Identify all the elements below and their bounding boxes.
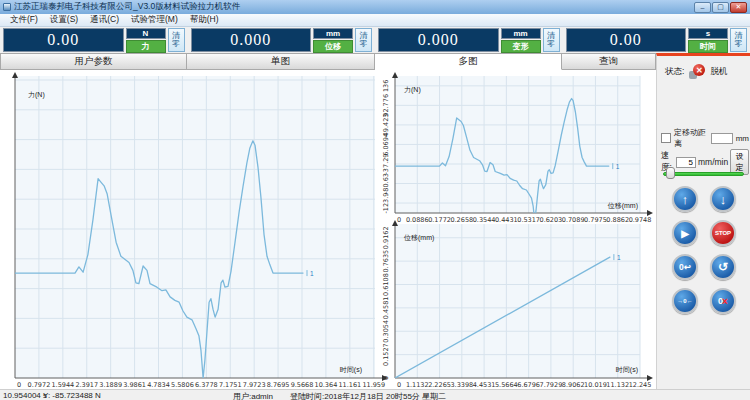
- displacement-clear-button[interactable]: 清零: [355, 28, 372, 52]
- force-value: 0.00: [3, 28, 124, 52]
- clamp-return-button[interactable]: ↺: [710, 254, 736, 280]
- fixed-distance-checkbox[interactable]: [661, 133, 671, 143]
- speed-unit: mm/min: [698, 157, 728, 167]
- fixed-distance-input[interactable]: [711, 133, 733, 144]
- deformation-unit: mm: [501, 28, 541, 39]
- tab-multi-graph[interactable]: 多图: [375, 53, 562, 70]
- cursor-force: Y: -85.723488 N: [43, 391, 101, 400]
- stop-button[interactable]: STOP: [710, 220, 736, 246]
- displacement-display-group: 0.000 mm 位移 清零: [191, 28, 373, 52]
- deformation-value: 0.000: [378, 28, 499, 52]
- time-value: 0.00: [566, 28, 687, 52]
- deformation-display-group: 0.000 mm 变形 清零: [378, 28, 560, 52]
- tab-query[interactable]: 查询: [562, 53, 656, 70]
- position-zero-button[interactable]: →0←: [672, 288, 698, 314]
- fixed-distance-label: 定移动距离: [674, 127, 708, 149]
- menu-file[interactable]: 文件(F): [4, 14, 44, 26]
- display-row: 0.00 N 力 清零 0.000 mm 位移 清零 0.000 mm 变形 清…: [0, 27, 750, 53]
- status-label: 状态:: [665, 66, 684, 78]
- jog-up-button[interactable]: ↑: [672, 186, 698, 212]
- fixed-distance-unit: mm: [736, 134, 749, 143]
- close-button[interactable]: ✕: [730, 2, 747, 13]
- down-arrow-icon: ↓: [720, 192, 727, 207]
- control-panel: 状态: ✕ 脱机 定移动距离 mm 速度: mm/min 设定 ↑ ↓ ▶ ST…: [656, 53, 750, 389]
- window-title: 江苏正瑞泰邦电子科技有限公司_V3.0版材料试验拉力机软件: [14, 1, 694, 13]
- plug-disconnected-icon: ✕: [689, 64, 705, 79]
- speed-input[interactable]: [676, 157, 696, 168]
- statusbar: 10.954004 s Y: -85.723488 N 用户:admin 登陆时…: [0, 389, 750, 400]
- jog-down-button[interactable]: ↓: [710, 186, 736, 212]
- center-zero-icon: →0←: [677, 298, 692, 304]
- menu-help[interactable]: 帮助(H): [184, 14, 225, 26]
- rotate-return-icon: ↺: [718, 260, 728, 274]
- tabstrip: 用户参数 单图 多图 查询: [0, 53, 656, 70]
- displacement-unit: mm: [313, 28, 353, 39]
- time-label: 时间: [688, 40, 728, 53]
- logged-user: 用户:admin: [233, 391, 273, 400]
- red-x-icon: ×: [722, 296, 728, 307]
- time-clear-button[interactable]: 清零: [730, 28, 747, 52]
- tab-user-params[interactable]: 用户参数: [0, 53, 187, 70]
- titlebar: 江苏正瑞泰邦电子科技有限公司_V3.0版材料试验拉力机软件 – ▢ ✕: [0, 0, 750, 14]
- displacement-label: 位移: [313, 40, 353, 53]
- slider-thumb[interactable]: [666, 167, 675, 179]
- run-button[interactable]: ▶: [672, 220, 698, 246]
- status-value: 脱机: [710, 66, 727, 78]
- maximize-button[interactable]: ▢: [712, 2, 729, 13]
- force-unit: N: [126, 28, 166, 39]
- force-display-group: 0.00 N 力 清零: [3, 28, 185, 52]
- menu-settings[interactable]: 设置(S): [44, 14, 84, 26]
- force-label: 力: [126, 40, 166, 53]
- login-time: 登陆时间:2018年12月18日 20时55分 星期二: [290, 391, 446, 400]
- menu-test-manage[interactable]: 试验管理(M): [125, 14, 184, 26]
- time-unit: s: [688, 28, 728, 39]
- app-window: 江苏正瑞泰邦电子科技有限公司_V3.0版材料试验拉力机软件 – ▢ ✕ 文件(F…: [0, 0, 750, 400]
- displacement-value: 0.000: [191, 28, 312, 52]
- stop-icon: STOP: [715, 230, 731, 236]
- menu-comm[interactable]: 通讯(C): [84, 14, 125, 26]
- charts-area: [0, 70, 656, 389]
- app-icon: [3, 3, 11, 11]
- force-clear-button[interactable]: 清零: [168, 28, 185, 52]
- return-zero-icon: 0↩: [679, 262, 691, 272]
- slider-track: [663, 172, 744, 176]
- tab-single-graph[interactable]: 单图: [187, 53, 375, 70]
- play-icon: ▶: [681, 228, 689, 239]
- speed-slider[interactable]: [663, 167, 744, 179]
- cursor-time: 10.954004 s: [3, 391, 47, 400]
- deformation-clear-button[interactable]: 清零: [543, 28, 560, 52]
- up-arrow-icon: ↑: [682, 192, 689, 207]
- menubar: 文件(F) 设置(S) 通讯(C) 试验管理(M) 帮助(H): [0, 14, 750, 27]
- time-display-group: 0.00 s 时间 清零: [566, 28, 748, 52]
- deformation-label: 变形: [501, 40, 541, 53]
- return-zero-button[interactable]: 0↩: [672, 254, 698, 280]
- minimize-button[interactable]: –: [694, 2, 711, 13]
- clear-display-button[interactable]: 0×: [710, 288, 736, 314]
